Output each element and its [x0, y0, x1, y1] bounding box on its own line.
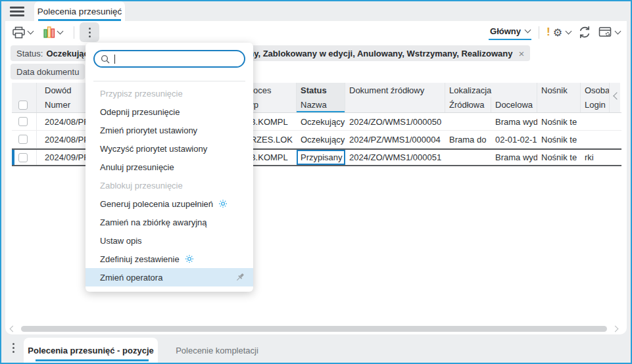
menu-item-list: Przypisz przesunięcie Odepnij przesunięc…: [85, 81, 253, 286]
cell-docelowa: Brama wyd: [491, 113, 537, 130]
chevron-down-icon: [525, 27, 531, 34]
cell-dokument: 2024/ZO/WMS1/000051: [345, 150, 445, 165]
bottom-kebab-icon[interactable]: [12, 343, 14, 353]
cell-dokument: 2024/PZ/WMS1/000004: [345, 131, 445, 148]
header-zrodlowa[interactable]: Źródłowa: [445, 97, 491, 112]
header-dokument-zrodlowy[interactable]: Dokument źródłowy: [345, 83, 445, 97]
header-docelowa[interactable]: Docelowa: [491, 97, 537, 112]
view-selector-label: Główny: [490, 26, 521, 36]
cell-login: rki: [581, 150, 610, 165]
cell-zrodlowa: [445, 113, 491, 130]
layout-settings-button[interactable]: [598, 26, 620, 38]
chevron-down-icon: [57, 28, 64, 34]
menu-item-anuluj[interactable]: Anuluj przesunięcie: [85, 158, 253, 176]
cell-zrodlowa: [445, 150, 491, 165]
cell-login: [581, 131, 610, 148]
refresh-button[interactable]: [578, 26, 591, 39]
sparkle-icon: [185, 254, 194, 263]
menu-item-zmien-operatora[interactable]: Zmień operatora: [85, 268, 253, 286]
settings-warning-button[interactable]: ! ⚙: [547, 26, 571, 39]
pin-icon[interactable]: [235, 272, 245, 283]
header-status[interactable]: Status: [297, 83, 345, 97]
context-menu: Przypisz przesunięcie Odepnij przesunięc…: [85, 43, 253, 292]
tab-kompletacja[interactable]: Polecenie kompletacji: [159, 338, 275, 363]
header-checkbox-cell: [12, 83, 37, 97]
menu-item-zmien-priorytet[interactable]: Zmień priorytet ustawiony: [85, 121, 253, 139]
date-filter-label: Data dokumentu: [16, 67, 79, 77]
header-empty: [345, 97, 445, 112]
toolbar-right: Główny ! ⚙: [489, 21, 620, 43]
cell-nazwa: Oczekujący: [297, 131, 345, 148]
tab-pozycje-label: Polecenia przesunięć - pozycje: [28, 346, 153, 355]
cell-docelowa: Brama wyd: [491, 150, 537, 165]
printer-icon: [12, 26, 26, 39]
cell-dokument: 2024/ZO/WMS1/000050: [345, 113, 445, 130]
row-checkbox[interactable]: [18, 117, 28, 126]
chevron-down-icon: [566, 28, 572, 34]
header-lokalizacja[interactable]: Lokalizacja: [445, 83, 537, 97]
cell-nazwa-focused[interactable]: Przypisany: [297, 150, 345, 165]
scrollbar-thumb[interactable]: [21, 326, 607, 332]
row-checkbox[interactable]: [18, 153, 28, 162]
more-actions-button[interactable]: [80, 22, 99, 42]
status-filter-label: Status:: [16, 49, 43, 58]
select-all-cell: [12, 97, 37, 112]
toolbar-separator: [74, 26, 74, 39]
text-caret: [114, 55, 115, 64]
header-collapse-cell: [610, 97, 620, 112]
hamburger-menu-icon[interactable]: [10, 7, 24, 16]
header-login[interactable]: Login: [581, 97, 610, 112]
refresh-icon: [578, 26, 591, 39]
select-all-checkbox[interactable]: [18, 101, 28, 110]
cell-docelowa: 02-01-02-1: [491, 131, 537, 148]
menu-item-zamien-zbiorka[interactable]: Zamień na zbiórkę awaryjną: [85, 213, 253, 231]
header-empty: [537, 97, 581, 112]
chevron-down-icon: [28, 28, 34, 34]
cell-zrodlowa: Brama do: [445, 131, 491, 148]
view-selector[interactable]: Główny: [489, 24, 531, 40]
cell-nazwa: Oczekujący: [297, 113, 345, 130]
menu-search-input[interactable]: [93, 50, 245, 68]
header-nosnik[interactable]: Nośnik: [537, 83, 581, 97]
tab-pozycje[interactable]: Polecenia przesunięć - pozycje: [24, 338, 158, 363]
tab-kompletacja-label: Polecenie kompletacji: [176, 346, 258, 355]
bottom-tab-bar: Polecenia przesunięć - pozycje Polecenie…: [1, 334, 631, 363]
chevron-down-icon: [615, 28, 621, 34]
menu-item-zablokuj: Zablokuj przesunięcie: [85, 176, 253, 194]
window-settings-icon: [598, 26, 612, 38]
horizontal-scrollbar[interactable]: [9, 325, 623, 332]
search-icon: [101, 55, 110, 64]
header-osoba[interactable]: Osoba: [581, 83, 610, 97]
tab-label: Polecenia przesunięć: [37, 7, 122, 16]
toolbar-separator: [539, 26, 539, 39]
tab-polecenia-przesuniec[interactable]: Polecenia przesunięć: [34, 1, 125, 21]
title-bar: Polecenia przesunięć: [1, 1, 631, 21]
app-window: Polecenia przesunięć: [0, 0, 632, 364]
close-icon[interactable]: ×: [518, 48, 524, 59]
cell-login: [581, 113, 610, 130]
header-nazwa[interactable]: Nazwa: [297, 97, 345, 112]
warning-exclamation-icon: !: [547, 26, 550, 39]
date-filter-chip[interactable]: Data dokumentu: [11, 64, 85, 80]
cell-nosnik: Nośnik te: [537, 131, 581, 148]
gear-icon: ⚙: [553, 26, 562, 39]
chart-button[interactable]: [43, 23, 62, 41]
scroll-right-icon[interactable]: [612, 326, 619, 332]
menu-item-odepnij[interactable]: Odepnij przesunięcie: [85, 102, 253, 121]
cell-nosnik: Nośnik te: [537, 150, 581, 165]
sparkle-icon: [218, 199, 228, 208]
print-button[interactable]: [12, 23, 33, 41]
menu-item-zdefiniuj-zestawienie[interactable]: Zdefiniuj zestawienie: [85, 250, 253, 268]
toolbar: Główny ! ⚙: [5, 21, 627, 43]
scroll-left-icon[interactable]: [10, 326, 16, 332]
row-checkbox[interactable]: [18, 135, 28, 144]
bar-chart-icon: [43, 26, 55, 38]
menu-item-generuj-uzupelnien[interactable]: Generuj polecenia uzupełnień: [85, 194, 253, 213]
menu-item-wyczysc-priorytet[interactable]: Wyczyść priorytet ustawiony: [85, 139, 253, 158]
menu-item-ustaw-opis[interactable]: Ustaw opis: [85, 231, 253, 250]
menu-item-przypisz: Przypisz przesunięcie: [85, 84, 253, 102]
cell-nosnik: Nośnik te: [537, 113, 581, 130]
